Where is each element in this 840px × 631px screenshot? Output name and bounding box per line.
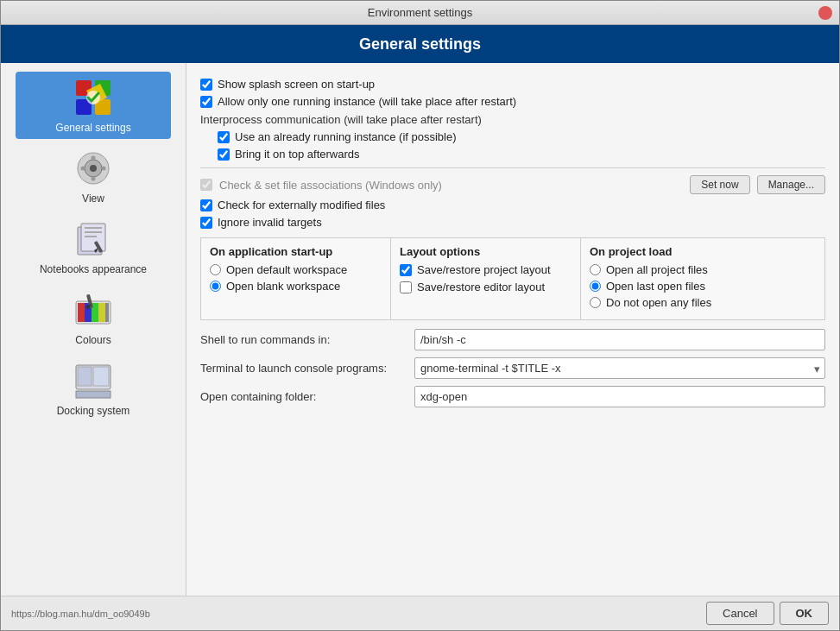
svg-rect-30 xyxy=(78,367,92,386)
notebooks-icon xyxy=(73,218,114,260)
save-editor-layout-label[interactable]: Save/restore editor layout xyxy=(417,281,545,293)
open-blank-radio[interactable] xyxy=(210,281,221,292)
open-blank-label[interactable]: Open blank workspace xyxy=(226,280,340,293)
open-default-label[interactable]: Open default workspace xyxy=(226,263,347,276)
bring-on-top-label[interactable]: Bring it on top afterwards xyxy=(235,148,360,161)
check-externally-label[interactable]: Check for externally modified files xyxy=(218,199,385,211)
header-bar: General settings xyxy=(1,25,839,63)
app-startup-column: On application start-up Open default wor… xyxy=(200,237,390,320)
svg-point-11 xyxy=(81,167,85,171)
allow-one-instance-checkbox[interactable] xyxy=(200,96,212,108)
sidebar-item-label-general: General settings xyxy=(55,122,130,134)
ignore-invalid-row: Ignore invalid targets xyxy=(200,216,825,229)
terminal-select[interactable]: gnome-terminal -t $TITLE -x xyxy=(414,357,825,379)
svg-point-10 xyxy=(92,177,96,181)
save-editor-layout-checkbox[interactable] xyxy=(400,281,412,293)
use-running-instance-checkbox[interactable] xyxy=(218,131,230,143)
sidebar-item-docking[interactable]: Docking system xyxy=(16,355,171,422)
cancel-button[interactable]: Cancel xyxy=(706,602,774,625)
svg-point-9 xyxy=(92,156,96,161)
project-load-column: On project load Open all project files O… xyxy=(580,237,825,320)
use-running-instance-label[interactable]: Use an already running instance (if poss… xyxy=(235,130,457,143)
sidebar-item-view[interactable]: View xyxy=(16,142,171,210)
file-assoc-row: Check & set file associations (Windows o… xyxy=(200,175,825,194)
do-not-open-radio[interactable] xyxy=(590,297,601,308)
save-project-layout-label[interactable]: Save/restore project layout xyxy=(417,263,551,276)
sidebar-item-colours[interactable]: Colours xyxy=(16,284,171,351)
bring-on-top-row: Bring it on top afterwards xyxy=(218,148,825,161)
sidebar-item-label-colours: Colours xyxy=(75,334,111,346)
main-window: Environment settings General settings xyxy=(0,0,840,631)
allow-one-instance-row: Allow only one running instance (will ta… xyxy=(200,95,825,108)
colours-icon xyxy=(73,289,114,331)
layout-options-column: Layout options Save/restore project layo… xyxy=(390,237,580,320)
general-settings-icon xyxy=(73,77,114,118)
do-not-open-row: Do not open any files xyxy=(590,296,816,309)
open-blank-row: Open blank workspace xyxy=(210,280,382,293)
shell-field-row: Shell to run commands in: xyxy=(200,329,825,350)
set-now-button[interactable]: Set now xyxy=(690,175,749,194)
ok-button[interactable]: OK xyxy=(780,602,830,625)
svg-rect-25 xyxy=(105,303,109,322)
show-splash-checkbox[interactable] xyxy=(200,79,212,91)
save-project-layout-checkbox[interactable] xyxy=(400,264,412,276)
sidebar-item-label-notebooks: Notebooks appearance xyxy=(40,263,147,275)
check-file-assoc-checkbox[interactable] xyxy=(200,179,212,191)
show-splash-label[interactable]: Show splash screen on start-up xyxy=(218,78,375,91)
open-default-radio[interactable] xyxy=(210,264,221,275)
footer-bar: https://blog.man.hu/dm_oo9049b Cancel OK xyxy=(1,596,839,630)
terminal-select-wrapper: gnome-terminal -t $TITLE -x ▾ xyxy=(414,357,825,379)
open-last-files-row: Open last open files xyxy=(590,280,816,293)
app-startup-title: On application start-up xyxy=(210,245,382,258)
check-externally-row: Check for externally modified files xyxy=(200,199,825,211)
divider-1 xyxy=(200,167,825,168)
open-last-files-radio[interactable] xyxy=(590,281,601,292)
shell-input[interactable] xyxy=(414,329,825,350)
layout-options-title: Layout options xyxy=(400,245,572,258)
open-all-files-row: Open all project files xyxy=(590,263,816,276)
svg-rect-15 xyxy=(85,227,102,229)
window-title: Environment settings xyxy=(368,6,472,19)
sidebar: General settings View xyxy=(1,63,186,596)
footer-url: https://blog.man.hu/dm_oo9049b xyxy=(11,609,701,619)
svg-rect-29 xyxy=(76,391,111,398)
show-splash-row: Show splash screen on start-up xyxy=(200,78,825,91)
open-all-files-radio[interactable] xyxy=(590,264,601,275)
manage-button[interactable]: Manage... xyxy=(757,175,825,194)
open-all-files-label[interactable]: Open all project files xyxy=(606,263,708,276)
ipc-label: Interprocess communication (will take pl… xyxy=(200,113,825,126)
svg-rect-21 xyxy=(78,303,85,322)
save-editor-layout-row: Save/restore editor layout xyxy=(400,281,572,293)
check-externally-checkbox[interactable] xyxy=(200,199,212,211)
allow-one-instance-label[interactable]: Allow only one running instance (will ta… xyxy=(218,95,516,108)
bring-on-top-checkbox[interactable] xyxy=(218,148,230,161)
sidebar-item-label-docking: Docking system xyxy=(57,405,130,417)
view-icon xyxy=(73,148,114,189)
svg-rect-16 xyxy=(85,231,102,233)
folder-field-row: Open containing folder: xyxy=(200,386,825,407)
open-last-files-label[interactable]: Open last open files xyxy=(606,280,705,293)
check-file-assoc-label: Check & set file associations (Windows o… xyxy=(219,179,683,192)
content-area: General settings View xyxy=(1,63,839,596)
sidebar-item-general-settings[interactable]: General settings xyxy=(16,72,171,139)
folder-input[interactable] xyxy=(414,386,825,407)
ignore-invalid-checkbox[interactable] xyxy=(200,217,212,229)
ignore-invalid-label[interactable]: Ignore invalid targets xyxy=(218,216,322,229)
shell-label: Shell to run commands in: xyxy=(200,333,407,346)
terminal-field-row: Terminal to launch console programs: gno… xyxy=(200,357,825,379)
svg-point-8 xyxy=(90,165,97,172)
project-load-title: On project load xyxy=(590,245,816,258)
three-columns-section: On application start-up Open default wor… xyxy=(200,237,825,320)
svg-point-12 xyxy=(102,167,106,171)
do-not-open-label[interactable]: Do not open any files xyxy=(606,296,711,309)
page-title: General settings xyxy=(359,35,481,54)
sidebar-item-notebooks[interactable]: Notebooks appearance xyxy=(16,213,171,281)
main-panel: Show splash screen on start-up Allow onl… xyxy=(186,63,839,596)
svg-rect-17 xyxy=(85,236,97,237)
title-bar: Environment settings xyxy=(1,1,839,25)
docking-icon xyxy=(73,360,114,401)
close-button[interactable] xyxy=(818,6,832,20)
save-project-layout-row: Save/restore project layout xyxy=(400,263,572,276)
terminal-label: Terminal to launch console programs: xyxy=(200,362,407,375)
svg-rect-31 xyxy=(93,367,109,386)
